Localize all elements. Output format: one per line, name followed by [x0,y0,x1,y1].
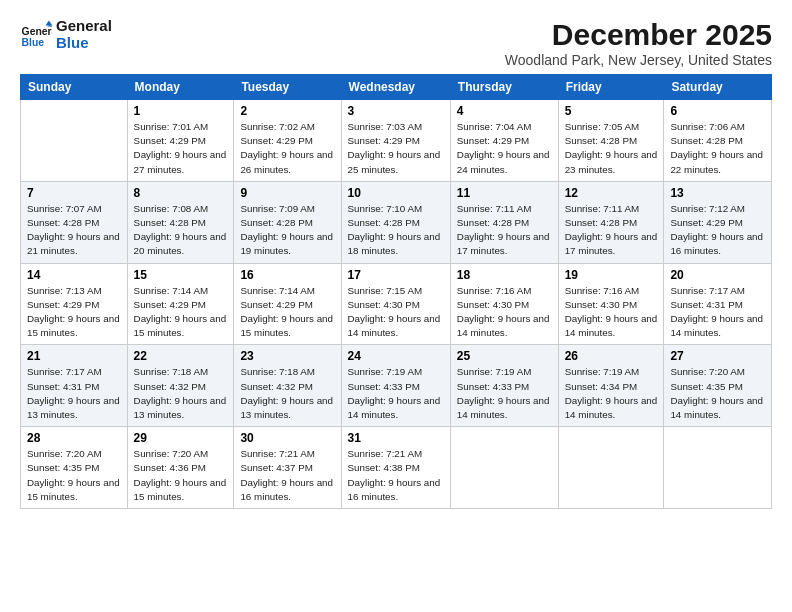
cell-info: Sunrise: 7:17 AMSunset: 4:31 PMDaylight:… [27,365,121,422]
cell-info: Sunrise: 7:11 AMSunset: 4:28 PMDaylight:… [565,202,658,259]
calendar-cell [664,427,772,509]
cell-date: 13 [670,186,765,200]
sunrise-text: Sunrise: 7:17 AM [27,366,102,377]
daylight-text: Daylight: 9 hours and 17 minutes. [457,231,550,256]
daylight-text: Daylight: 9 hours and 15 minutes. [134,477,227,502]
logo-blue: Blue [56,35,112,52]
sunset-text: Sunset: 4:29 PM [240,299,312,310]
calendar-week-row: 21Sunrise: 7:17 AMSunset: 4:31 PMDayligh… [21,345,772,427]
sunrise-text: Sunrise: 7:21 AM [240,448,315,459]
sunrise-text: Sunrise: 7:13 AM [27,285,102,296]
calendar-cell [558,427,664,509]
cell-date: 1 [134,104,228,118]
sunrise-text: Sunrise: 7:19 AM [348,366,423,377]
calendar-cell: 25Sunrise: 7:19 AMSunset: 4:33 PMDayligh… [450,345,558,427]
cell-date: 5 [565,104,658,118]
calendar-cell: 4Sunrise: 7:04 AMSunset: 4:29 PMDaylight… [450,100,558,182]
cell-info: Sunrise: 7:02 AMSunset: 4:29 PMDaylight:… [240,120,334,177]
cell-date: 19 [565,268,658,282]
cell-info: Sunrise: 7:17 AMSunset: 4:31 PMDaylight:… [670,284,765,341]
cell-info: Sunrise: 7:19 AMSunset: 4:34 PMDaylight:… [565,365,658,422]
cell-date: 8 [134,186,228,200]
calendar-day-header: Sunday [21,75,128,100]
cell-info: Sunrise: 7:19 AMSunset: 4:33 PMDaylight:… [348,365,444,422]
cell-date: 22 [134,349,228,363]
sunrise-text: Sunrise: 7:18 AM [240,366,315,377]
calendar-week-row: 14Sunrise: 7:13 AMSunset: 4:29 PMDayligh… [21,263,772,345]
calendar-cell: 6Sunrise: 7:06 AMSunset: 4:28 PMDaylight… [664,100,772,182]
daylight-text: Daylight: 9 hours and 14 minutes. [457,313,550,338]
sunset-text: Sunset: 4:35 PM [27,462,99,473]
cell-info: Sunrise: 7:03 AMSunset: 4:29 PMDaylight:… [348,120,444,177]
cell-date: 21 [27,349,121,363]
cell-date: 27 [670,349,765,363]
logo-icon: General Blue [20,19,52,51]
sunset-text: Sunset: 4:30 PM [457,299,529,310]
calendar-week-row: 7Sunrise: 7:07 AMSunset: 4:28 PMDaylight… [21,181,772,263]
sunset-text: Sunset: 4:32 PM [134,381,206,392]
sunrise-text: Sunrise: 7:08 AM [134,203,209,214]
daylight-text: Daylight: 9 hours and 23 minutes. [565,149,658,174]
svg-text:General: General [22,26,52,37]
daylight-text: Daylight: 9 hours and 16 minutes. [240,477,333,502]
sunrise-text: Sunrise: 7:19 AM [457,366,532,377]
sunrise-text: Sunrise: 7:19 AM [565,366,640,377]
daylight-text: Daylight: 9 hours and 25 minutes. [348,149,441,174]
cell-date: 24 [348,349,444,363]
calendar-day-header: Friday [558,75,664,100]
calendar-cell: 13Sunrise: 7:12 AMSunset: 4:29 PMDayligh… [664,181,772,263]
calendar-cell: 21Sunrise: 7:17 AMSunset: 4:31 PMDayligh… [21,345,128,427]
calendar-cell: 1Sunrise: 7:01 AMSunset: 4:29 PMDaylight… [127,100,234,182]
cell-info: Sunrise: 7:09 AMSunset: 4:28 PMDaylight:… [240,202,334,259]
cell-date: 20 [670,268,765,282]
sunrise-text: Sunrise: 7:15 AM [348,285,423,296]
cell-date: 15 [134,268,228,282]
daylight-text: Daylight: 9 hours and 16 minutes. [348,477,441,502]
calendar-cell: 2Sunrise: 7:02 AMSunset: 4:29 PMDaylight… [234,100,341,182]
cell-info: Sunrise: 7:19 AMSunset: 4:33 PMDaylight:… [457,365,552,422]
cell-info: Sunrise: 7:04 AMSunset: 4:29 PMDaylight:… [457,120,552,177]
cell-date: 6 [670,104,765,118]
cell-info: Sunrise: 7:14 AMSunset: 4:29 PMDaylight:… [240,284,334,341]
calendar-cell: 30Sunrise: 7:21 AMSunset: 4:37 PMDayligh… [234,427,341,509]
cell-date: 18 [457,268,552,282]
cell-info: Sunrise: 7:18 AMSunset: 4:32 PMDaylight:… [134,365,228,422]
cell-info: Sunrise: 7:16 AMSunset: 4:30 PMDaylight:… [565,284,658,341]
cell-date: 10 [348,186,444,200]
calendar-header-row: SundayMondayTuesdayWednesdayThursdayFrid… [21,75,772,100]
cell-info: Sunrise: 7:20 AMSunset: 4:35 PMDaylight:… [27,447,121,504]
calendar-cell: 26Sunrise: 7:19 AMSunset: 4:34 PMDayligh… [558,345,664,427]
cell-info: Sunrise: 7:21 AMSunset: 4:38 PMDaylight:… [348,447,444,504]
cell-info: Sunrise: 7:18 AMSunset: 4:32 PMDaylight:… [240,365,334,422]
sunrise-text: Sunrise: 7:10 AM [348,203,423,214]
cell-date: 23 [240,349,334,363]
calendar-day-header: Tuesday [234,75,341,100]
sunrise-text: Sunrise: 7:06 AM [670,121,745,132]
sunrise-text: Sunrise: 7:02 AM [240,121,315,132]
cell-info: Sunrise: 7:13 AMSunset: 4:29 PMDaylight:… [27,284,121,341]
daylight-text: Daylight: 9 hours and 26 minutes. [240,149,333,174]
cell-date: 12 [565,186,658,200]
logo-general: General [56,18,112,35]
daylight-text: Daylight: 9 hours and 14 minutes. [348,395,441,420]
daylight-text: Daylight: 9 hours and 14 minutes. [670,313,763,338]
daylight-text: Daylight: 9 hours and 14 minutes. [565,313,658,338]
cell-info: Sunrise: 7:14 AMSunset: 4:29 PMDaylight:… [134,284,228,341]
sunrise-text: Sunrise: 7:11 AM [457,203,532,214]
svg-text:Blue: Blue [22,37,45,48]
cell-date: 31 [348,431,444,445]
cell-date: 2 [240,104,334,118]
sunrise-text: Sunrise: 7:17 AM [670,285,745,296]
calendar-cell [450,427,558,509]
sunrise-text: Sunrise: 7:03 AM [348,121,423,132]
daylight-text: Daylight: 9 hours and 13 minutes. [27,395,120,420]
cell-date: 26 [565,349,658,363]
calendar-cell: 12Sunrise: 7:11 AMSunset: 4:28 PMDayligh… [558,181,664,263]
sunset-text: Sunset: 4:35 PM [670,381,742,392]
sunrise-text: Sunrise: 7:21 AM [348,448,423,459]
calendar-cell: 15Sunrise: 7:14 AMSunset: 4:29 PMDayligh… [127,263,234,345]
header: General Blue General Blue December 2025 … [20,18,772,68]
sunrise-text: Sunrise: 7:01 AM [134,121,209,132]
sunrise-text: Sunrise: 7:20 AM [27,448,102,459]
sunset-text: Sunset: 4:33 PM [348,381,420,392]
